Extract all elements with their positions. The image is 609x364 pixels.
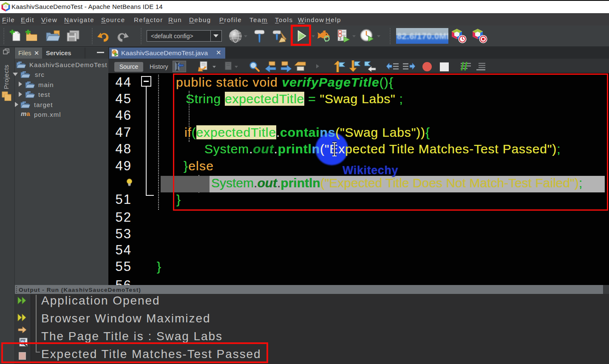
svg-text:3: 3 (339, 37, 341, 41)
